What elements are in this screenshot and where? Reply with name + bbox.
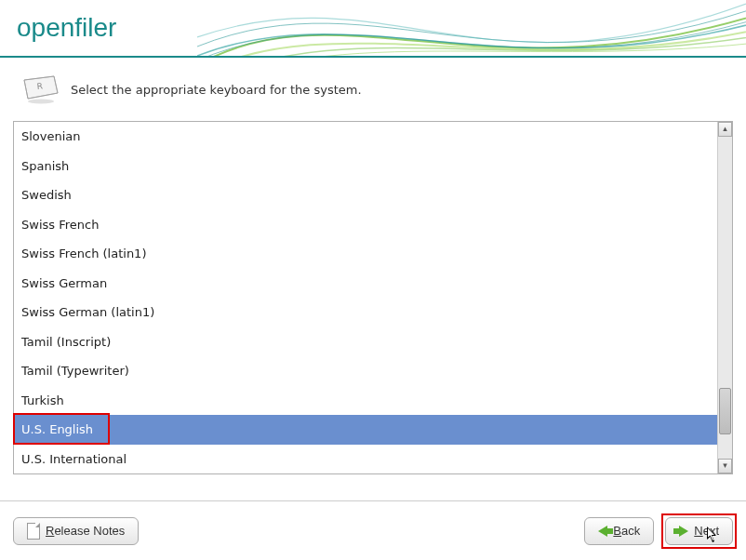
release-notes-button[interactable]: Release Notes (13, 517, 139, 545)
keyboard-list: SlovenianSpanishSwedishSwiss FrenchSwiss… (13, 121, 733, 474)
list-item[interactable]: Tamil (Inscript) (14, 327, 717, 357)
instruction-text: Select the appropriate keyboard for the … (71, 83, 362, 97)
list-item[interactable]: Swedish (14, 180, 717, 210)
list-item[interactable]: Swiss German (latin1) (14, 298, 717, 327)
back-label-rest: ack (621, 524, 640, 538)
scroll-down-button[interactable]: ▾ (718, 459, 732, 473)
list-item[interactable]: Turkish (14, 386, 717, 416)
list-item[interactable]: U.S. International (14, 445, 717, 474)
list-item[interactable]: Swiss French (latin1) (14, 239, 717, 269)
list-item[interactable]: Tamil (Typewriter) (14, 356, 717, 386)
next-label-rest: ext (703, 524, 719, 538)
instruction-row: R Select the appropriate keyboard for th… (0, 58, 746, 115)
back-button[interactable]: Back (584, 517, 654, 545)
release-notes-label: elease Notes (54, 524, 125, 538)
release-notes-mnemonic: R (46, 524, 54, 538)
document-icon (27, 523, 40, 540)
list-item[interactable]: Swiss French (14, 210, 717, 240)
svg-text:R: R (36, 81, 43, 91)
footer: Release Notes Back Next (0, 500, 746, 560)
scroll-track[interactable] (718, 137, 732, 459)
arrow-right-icon (679, 526, 688, 537)
next-mnemonic: N (694, 524, 702, 538)
list-item[interactable]: U.S. English (14, 415, 717, 445)
arrow-left-icon (598, 526, 607, 537)
scroll-thumb[interactable] (719, 388, 731, 434)
header: openfiler (0, 0, 746, 58)
back-mnemonic: B (613, 524, 621, 538)
scroll-up-button[interactable]: ▴ (718, 122, 732, 137)
brand-logo: openfiler (17, 13, 116, 43)
keyboard-list-body[interactable]: SlovenianSpanishSwedishSwiss FrenchSwiss… (14, 122, 717, 473)
scrollbar[interactable]: ▴ ▾ (717, 122, 732, 473)
list-item[interactable]: Slovenian (14, 122, 717, 152)
list-item[interactable]: Swiss German (14, 269, 717, 299)
svg-point-3 (28, 100, 54, 104)
next-button[interactable]: Next (665, 517, 733, 545)
header-decoration (197, 0, 746, 58)
list-item[interactable]: Spanish (14, 152, 717, 181)
keyboard-icon: R (19, 74, 60, 104)
